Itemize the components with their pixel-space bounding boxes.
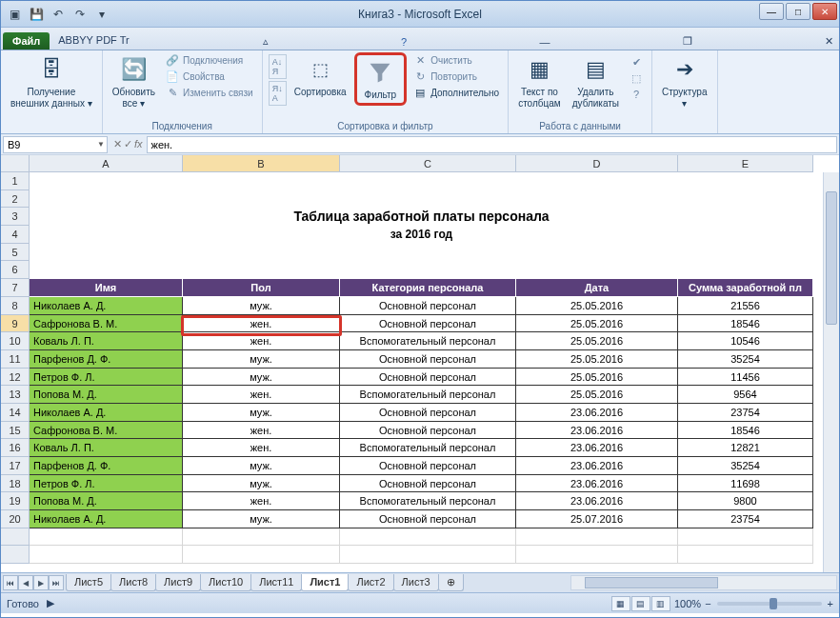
cell[interactable]: Парфенов Д. Ф. (30, 457, 183, 475)
text-to-columns-button[interactable]: ▦ Текст по столбцам (514, 52, 565, 110)
cell[interactable]: Сафронова В. М. (30, 315, 183, 333)
cell[interactable]: Николаев А. Д. (30, 297, 183, 315)
cell[interactable]: 23754 (678, 510, 813, 528)
ribbon-tab[interactable]: ABBYY PDF Tr (51, 30, 135, 50)
row-header[interactable]: 9 (1, 315, 30, 333)
cell[interactable] (516, 244, 678, 262)
sheet-first-button[interactable]: ⏮ (3, 575, 18, 590)
cell[interactable]: Вспомогательный персонал (340, 386, 516, 404)
cell[interactable]: 10546 (678, 332, 813, 350)
cell[interactable] (678, 244, 813, 262)
cell[interactable]: жен. (183, 422, 340, 440)
zoom-out-button[interactable]: − (705, 598, 710, 609)
edit-links-button[interactable]: ✎Изменить связи (163, 85, 256, 100)
get-external-data-button[interactable]: 🗄 Получение внешних данных ▾ (7, 52, 96, 110)
cell[interactable]: жен. (183, 386, 340, 404)
cell[interactable]: 25.05.2016 (516, 386, 678, 404)
sheet-tab[interactable]: Лист1 (301, 574, 349, 591)
cell[interactable]: 25.05.2016 (516, 332, 678, 350)
cell[interactable]: муж. (183, 297, 340, 315)
cell[interactable]: 25.07.2016 (516, 510, 678, 528)
row-header[interactable]: 14 (1, 404, 30, 422)
cell[interactable] (30, 546, 183, 564)
cell[interactable]: Основной персонал (340, 457, 516, 475)
help-icon[interactable]: ? (395, 34, 412, 50)
cell[interactable]: Вспомогательный персонал (340, 332, 516, 350)
macro-record-icon[interactable]: ▶ (47, 597, 54, 609)
cell[interactable]: Николаев А. Д. (30, 510, 183, 528)
cell[interactable]: 11456 (678, 369, 813, 387)
cell[interactable] (30, 261, 183, 279)
cell[interactable]: жен. (183, 332, 340, 350)
filter-button[interactable]: Фильтр (354, 52, 408, 106)
cell[interactable]: Парфенов Д. Ф. (30, 350, 183, 369)
chevron-down-icon[interactable]: ▼ (97, 140, 105, 149)
sort-asc-button[interactable]: А↓Я (269, 54, 287, 79)
cell[interactable]: Сумма заработной пл (678, 279, 813, 297)
formula-input[interactable]: жен. (147, 136, 837, 153)
row-header[interactable]: 3 (1, 208, 30, 226)
cell[interactable]: 25.05.2016 (516, 315, 678, 333)
cell[interactable]: Петров Ф. Л. (30, 369, 183, 387)
cell[interactable] (340, 261, 516, 279)
sheet-tab[interactable]: Лист5 (66, 574, 111, 591)
cell[interactable]: жен. (183, 439, 340, 457)
cell[interactable] (183, 261, 340, 279)
row-header[interactable]: 13 (1, 386, 30, 404)
cell[interactable]: Коваль Л. П. (30, 439, 183, 457)
enter-formula-icon[interactable]: ✓ (124, 138, 132, 150)
cell[interactable] (516, 546, 678, 564)
cell[interactable] (516, 172, 678, 190)
cell[interactable]: 12821 (678, 439, 813, 457)
reapply-button[interactable]: ↻Повторить (410, 69, 502, 84)
cell[interactable] (678, 528, 813, 547)
properties-button[interactable]: 📄Свойства (163, 69, 256, 84)
cell[interactable] (340, 172, 516, 190)
cell[interactable] (678, 190, 813, 209)
sheet-tab[interactable]: Лист8 (110, 574, 156, 591)
row-header[interactable]: 5 (1, 244, 30, 262)
sheet-tab[interactable]: Лист3 (393, 574, 439, 591)
whatif-button[interactable]: ? (627, 87, 646, 102)
cell[interactable] (340, 244, 516, 262)
cell[interactable]: Вспомогательный персонал (340, 439, 516, 457)
doc-close-button[interactable]: ✕ (819, 33, 839, 50)
cell[interactable]: Основной персонал (340, 475, 516, 493)
row-header[interactable]: 16 (1, 439, 30, 457)
cell[interactable]: Основной персонал (340, 350, 516, 369)
column-header[interactable]: C (340, 155, 516, 172)
view-page-layout-button[interactable]: ▤ (631, 596, 650, 611)
sheet-tab[interactable]: Лист9 (155, 574, 201, 591)
cell[interactable]: 23.06.2016 (516, 475, 678, 493)
column-header[interactable]: B (183, 155, 340, 172)
fx-icon[interactable]: fx (134, 138, 143, 150)
excel-icon[interactable]: ▣ (5, 5, 24, 24)
vertical-scrollbar[interactable] (823, 172, 839, 572)
cell[interactable]: 23.06.2016 (516, 457, 678, 475)
qat-more-icon[interactable]: ▾ (92, 5, 111, 24)
cell[interactable] (30, 528, 183, 547)
close-button[interactable]: ✕ (812, 3, 837, 20)
cancel-formula-icon[interactable]: ✕ (113, 138, 122, 150)
cell[interactable]: Попова М. Д. (30, 492, 183, 510)
cell[interactable]: 25.05.2016 (516, 369, 678, 387)
consolidate-button[interactable]: ⬚ (627, 70, 646, 86)
sheet-last-button[interactable]: ⏭ (49, 575, 64, 590)
cell[interactable]: 23.06.2016 (516, 422, 678, 440)
cell[interactable]: Сафронова В. М. (30, 422, 183, 440)
undo-button[interactable]: ↶ (49, 5, 68, 24)
row-header[interactable]: 7 (1, 279, 30, 297)
cell[interactable] (30, 190, 183, 209)
clear-filter-button[interactable]: ✕Очистить (410, 52, 502, 68)
cell[interactable]: Николаев А. Д. (30, 404, 183, 422)
row-header[interactable] (1, 528, 30, 547)
zoom-in-button[interactable]: + (828, 598, 833, 609)
cell[interactable]: 18546 (678, 315, 813, 333)
row-header[interactable]: 19 (1, 492, 30, 510)
cell[interactable]: 9564 (678, 386, 813, 404)
row-header[interactable]: 8 (1, 297, 30, 315)
column-header[interactable]: E (678, 155, 813, 172)
save-button[interactable]: 💾 (27, 5, 46, 24)
file-tab[interactable]: Файл (3, 32, 50, 50)
sheet-tab[interactable]: Лист2 (348, 574, 393, 591)
